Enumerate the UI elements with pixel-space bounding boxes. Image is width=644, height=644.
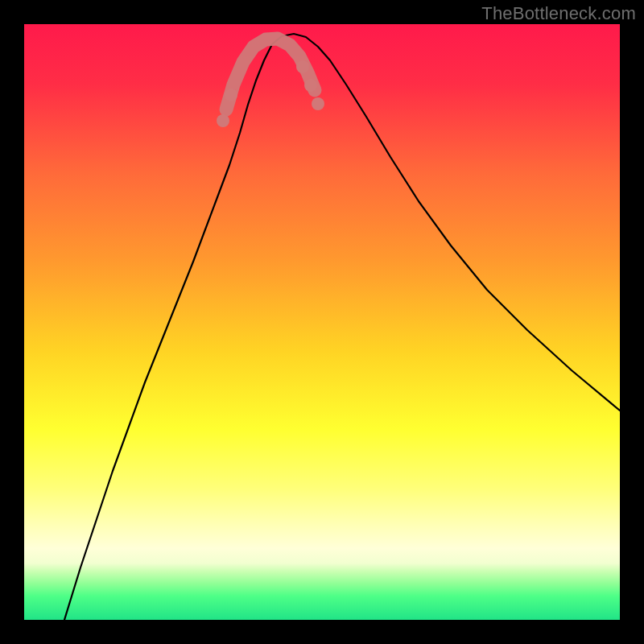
watermark-text: TheBottleneck.com — [481, 3, 636, 24]
bottleneck-chart — [24, 24, 620, 620]
gradient-background — [24, 24, 620, 620]
optimal-marker-dot — [217, 114, 229, 127]
optimal-marker-dot — [296, 60, 309, 73]
chart-frame — [24, 24, 620, 620]
optimal-marker-dot — [312, 97, 324, 110]
optimal-marker-dot — [304, 79, 317, 92]
optimal-marker-dot — [225, 89, 237, 101]
